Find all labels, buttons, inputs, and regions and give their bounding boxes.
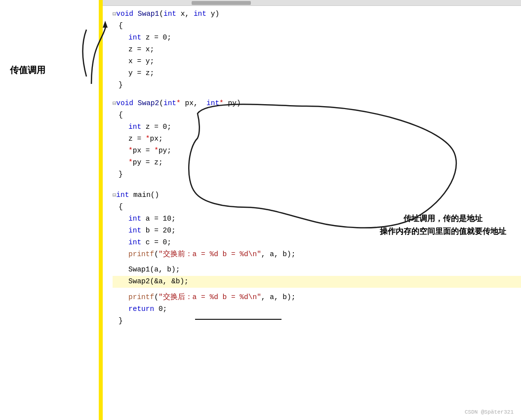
annotation-line2: 操作内存的空间里面的值就要传地址 [380,225,506,238]
main-section: ⊟ int main() { int a = 10; int b = 20; i… [113,190,521,327]
z-decl: z = 0; [141,32,171,44]
ptr2: * [219,98,224,110]
printf-fn-2: printf [128,292,154,304]
a-decl: a = 10; [141,213,176,225]
printf-fn-1: printf [128,249,154,261]
void-kw-2: void [116,98,138,110]
deref-px: * [146,133,150,145]
swap2-section: ⊟ void Swap2(int* px, int* py) { int z =… [113,98,521,180]
paren-open-2: ( [159,98,163,110]
int-kw-3: int [163,98,176,110]
pass-by-address-annotation: 传址调用，传的是地址 操作内存的空间里面的值就要传地址 [380,212,506,237]
deref-py2: * [128,157,133,169]
int-kw-4: int [206,98,219,110]
swap1-section: ⊟ void Swap1(int x, int y) { int z = 0; … [113,8,521,91]
annotation-line1: 传址调用，传的是地址 [380,212,506,225]
watermark: CSDN @Später321 [465,409,514,415]
collapse-icon-swap1[interactable]: ⊟ [113,10,116,20]
left-area: 传值调用 [0,0,99,420]
swap1-brace-open: { [113,20,521,32]
pass-by-value-label: 传值调用 [10,64,45,76]
int-kw-main: int [116,190,129,201]
printf-before-args: , a, b); [261,249,296,261]
swap2-line-zpx: z = *px; [113,133,521,145]
brace-close-2: } [119,169,123,181]
main-int-c: int c = 0; [113,237,521,249]
brace-close: } [119,79,123,91]
printf-before-str: ( [154,249,159,261]
x-assign-y: x = y; [128,56,154,68]
px-var2: px = [133,145,155,157]
swap2-header-line: ⊟ void Swap2(int* px, int* py) [113,98,521,110]
int-a-kw: int [128,213,141,225]
py-var: py; [159,145,171,157]
paren-open: ( [159,8,163,20]
py-var2: py = z; [133,157,163,169]
main-header-line: ⊟ int main() [113,190,521,201]
param-py: py) [224,98,241,110]
swap2-fn: Swap2 [138,98,160,110]
swap2-line-pxpy: *px = *py; [113,145,521,157]
brace-open-2: { [119,110,123,121]
swap1-line-yz: y = z; [113,68,521,79]
int-kw-z2: int [128,121,141,133]
main-return: return 0; [113,304,521,315]
int-kw-2: int [194,8,206,20]
spacer2 [113,182,521,190]
code-block: ⊟ void Swap1(int x, int y) { int z = 0; … [103,6,521,331]
b-decl: b = 20; [141,225,176,237]
swap1-call: Swap1(a, b); [128,264,180,276]
main-swap2-call: Swap2(&a, &b); [113,276,521,288]
brace-close-m: } [119,315,123,327]
param-y: y) [206,8,219,20]
z-assign-px: z = [128,133,146,145]
swap2-line-z: int z = 0; [113,121,521,133]
void-kw: void [116,8,138,20]
yellow-highlight-bar [99,0,103,420]
swap2-call: Swap2(&a, &b); [128,276,189,288]
int-c-kw: int [128,237,141,249]
main-swap1-call: Swap1(a, b); [113,264,521,276]
int-kw-z: int [128,32,141,44]
main-printf-after: printf("交换后：a = %d b = %d\n", a, b); [113,292,521,304]
printf-after-paren: ( [154,292,159,304]
int-kw-1: int [163,8,176,20]
main-fn: main() [129,190,159,201]
deref-py: * [154,145,159,157]
swap2-brace-open: { [113,110,521,121]
collapse-icon-main[interactable]: ⊟ [113,191,116,201]
param-px: px, [181,98,206,110]
y-assign-z: y = z; [128,68,154,79]
collapse-icon-swap2[interactable]: ⊟ [113,99,116,109]
scrollbar-top[interactable] [103,0,521,6]
str-after: "交换后：a = %d b = %d\n" [159,292,261,304]
c-decl: c = 0; [141,237,171,249]
main-brace-open: { [113,201,521,213]
z-assign-x: z = x; [128,44,154,56]
swap2-line-pyz: *py = z; [113,157,521,169]
ptr1: * [176,98,181,110]
return-kw: return [128,304,154,315]
deref-px2: * [128,145,133,157]
main-printf-before: printf("交换前：a = %d b = %d\n", a, b); [113,249,521,261]
str-before: "交换前：a = %d b = %d\n" [159,249,261,261]
return-val: 0; [154,304,167,315]
swap1-brace-close: } [113,79,521,91]
swap1-fn: Swap1 [138,8,160,20]
main-container: 传值调用 ⊟ void Swap1(int x, int y) { int z … [0,0,521,420]
printf-after-args: , a, b); [261,292,296,304]
spacer4 [113,288,521,292]
swap1-line-xy: x = y; [113,56,521,68]
code-area: ⊟ void Swap1(int x, int y) { int z = 0; … [103,0,521,420]
brace-open: { [119,20,123,32]
brace-open-m: { [119,201,123,213]
main-brace-close: } [113,315,521,327]
int-b-kw: int [128,225,141,237]
px-var: px; [150,133,163,145]
swap2-brace-close: } [113,169,521,181]
z-decl-2: z = 0; [141,121,171,133]
spacer1 [113,92,521,98]
scrollbar-thumb [192,1,251,5]
spacer3 [113,260,521,264]
swap1-header-line: ⊟ void Swap1(int x, int y) [113,8,521,20]
